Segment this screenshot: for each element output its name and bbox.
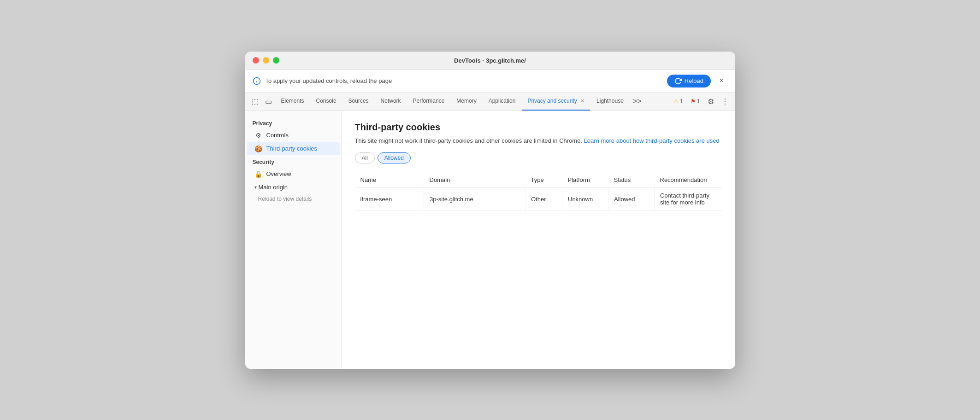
sidebar-reload-details: Reload to view details bbox=[245, 194, 342, 204]
sidebar-item-overview[interactable]: 🔒 Overview bbox=[247, 168, 340, 181]
sidebar-item-controls[interactable]: ⚙ Controls bbox=[247, 129, 340, 142]
devtools-toolbar: ⬚ ▭ Elements Console Sources Network Per… bbox=[245, 93, 735, 111]
error-icon: ⚑ bbox=[691, 98, 696, 105]
banner-text: To apply your updated controls, reload t… bbox=[266, 77, 662, 84]
sidebar-item-third-party-cookies[interactable]: 🍪 Third-party cookies bbox=[247, 142, 340, 155]
col-header-name: Name bbox=[355, 173, 424, 187]
warnings-button[interactable]: ⚠ 1 bbox=[671, 96, 686, 106]
privacy-section-header: Privacy bbox=[245, 118, 342, 128]
learn-more-link[interactable]: Learn more about how third-party cookies… bbox=[584, 137, 720, 144]
reload-banner: To apply your updated controls, reload t… bbox=[245, 70, 735, 93]
expand-arrow-icon: ▾ bbox=[254, 185, 257, 190]
errors-button[interactable]: ⚑ 1 bbox=[688, 96, 703, 106]
reload-button[interactable]: Reload bbox=[667, 75, 711, 88]
tab-elements[interactable]: Elements bbox=[276, 92, 310, 111]
window-title: DevTools - 3pc.glitch.me/ bbox=[454, 57, 526, 64]
cell-name: iframe-seen bbox=[355, 187, 424, 211]
tab-performance[interactable]: Performance bbox=[407, 92, 450, 111]
filter-tabs: All Allowed bbox=[355, 152, 722, 163]
device-toggle-icon[interactable]: ▭ bbox=[262, 95, 275, 108]
more-options-button[interactable]: ⋮ bbox=[719, 95, 732, 108]
minimize-button[interactable] bbox=[263, 57, 269, 64]
page-title: Third-party cookies bbox=[355, 122, 722, 133]
col-header-recommendation: Recommendation bbox=[655, 173, 722, 187]
sidebar-main-origin[interactable]: ▾ Main origin bbox=[247, 181, 340, 193]
toolbar-right: ⚠ 1 ⚑ 1 ⚙ ⋮ bbox=[671, 95, 731, 108]
tab-lighthouse[interactable]: Lighthouse bbox=[591, 92, 629, 111]
sidebar: Privacy ⚙ Controls 🍪 Third-party cookies… bbox=[245, 111, 342, 369]
tab-application[interactable]: Application bbox=[483, 92, 521, 111]
maximize-button[interactable] bbox=[273, 57, 279, 64]
settings-button[interactable]: ⚙ bbox=[705, 95, 717, 108]
cell-recommendation: Contact third-party site for more info bbox=[655, 187, 722, 211]
col-header-type: Type bbox=[525, 173, 562, 187]
cell-status: Allowed bbox=[608, 187, 655, 211]
filter-tab-allowed[interactable]: Allowed bbox=[378, 152, 411, 163]
cell-domain: 3p-site.glitch.me bbox=[424, 187, 525, 211]
more-tabs-button[interactable]: >> bbox=[630, 95, 644, 107]
main-layout: Privacy ⚙ Controls 🍪 Third-party cookies… bbox=[245, 111, 735, 369]
devtools-window: DevTools - 3pc.glitch.me/ To apply your … bbox=[245, 52, 735, 369]
info-icon bbox=[253, 77, 261, 85]
select-element-icon[interactable]: ⬚ bbox=[249, 95, 261, 108]
tab-console[interactable]: Console bbox=[311, 92, 342, 111]
security-section-header: Security bbox=[245, 157, 342, 167]
reload-icon bbox=[674, 77, 682, 85]
controls-icon: ⚙ bbox=[254, 132, 263, 139]
tab-close-icon[interactable]: ✕ bbox=[580, 98, 584, 104]
tab-memory[interactable]: Memory bbox=[451, 92, 482, 111]
tab-network[interactable]: Network bbox=[375, 92, 407, 111]
traffic-lights bbox=[253, 57, 279, 64]
col-header-platform: Platform bbox=[562, 173, 608, 187]
tab-sources[interactable]: Sources bbox=[343, 92, 374, 111]
cell-platform: Unknown bbox=[562, 187, 608, 211]
table-row[interactable]: iframe-seen 3p-site.glitch.me Other Unkn… bbox=[355, 187, 722, 211]
banner-close-button[interactable]: × bbox=[715, 75, 728, 87]
cookies-icon: 🍪 bbox=[254, 145, 263, 152]
close-button[interactable] bbox=[253, 57, 259, 64]
col-header-status: Status bbox=[608, 173, 655, 187]
filter-tab-all[interactable]: All bbox=[355, 152, 375, 163]
main-content: Third-party cookies This site might not … bbox=[342, 111, 735, 369]
titlebar: DevTools - 3pc.glitch.me/ bbox=[245, 52, 735, 70]
tab-privacy[interactable]: Privacy and security ✕ bbox=[522, 92, 590, 111]
lock-icon: 🔒 bbox=[254, 170, 263, 178]
cell-type: Other bbox=[525, 187, 562, 211]
warning-icon: ⚠ bbox=[673, 98, 679, 105]
content-description: This site might not work if third-party … bbox=[355, 136, 722, 146]
cookies-table: Name Domain Type Platform Status Recomme… bbox=[355, 173, 722, 211]
col-header-domain: Domain bbox=[424, 173, 525, 187]
